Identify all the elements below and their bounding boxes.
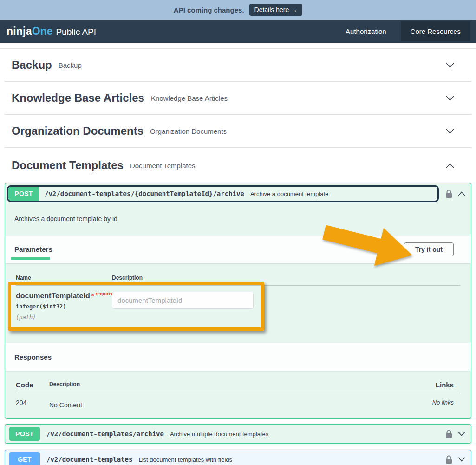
parameter-location: (path) [16,314,112,321]
opblock-archive-multiple-templates: POST /v2/document-templates/archive Arch… [5,424,471,444]
endpoint-summary: List document templates with fields [138,456,232,463]
code-column-header: Code [16,381,49,389]
brand-one: One [32,25,53,38]
endpoint-path: /v2/document-templates/archive [46,430,164,438]
nav-link-authorization[interactable]: Authorization [336,20,396,43]
tag-section-organization-documents[interactable]: Organization Documents Organization Docu… [5,115,471,148]
name-column-header: Name [16,275,112,281]
tag-title: Backup [12,59,52,72]
response-links: No links [409,399,460,406]
tag-description: Knowledge Base Articles [151,94,228,102]
parameters-header: Parameters Try it out [5,236,471,263]
parameters-tab: Parameters [14,245,52,258]
responses-header: Responses [5,343,471,371]
chevron-up-icon[interactable] [446,163,454,168]
tag-description: Organization Documents [150,127,227,135]
navbar-links: Authorization Core Resources [336,20,476,43]
response-description-column-header: Description [49,381,409,387]
parameter-type: integer($int32) [16,303,112,310]
operation-description: Archives a document template by id [5,204,471,236]
required-asterisk: * [91,292,94,300]
required-label: required [96,291,114,296]
brand-ninja: ninja [7,25,32,38]
parameter-description-cell [112,291,460,321]
method-badge-post: POST [9,427,40,441]
banner-message: API coming changes. [174,6,244,14]
responses-table-head: Code Description Links [16,381,460,389]
chevron-down-icon[interactable] [446,129,454,134]
document-template-id-input[interactable] [112,292,254,309]
links-column-header: Links [409,381,460,389]
page: API coming changes. Details here → ninja… [0,0,476,465]
tag-section-backup[interactable]: Backup Backup [5,49,471,82]
tag-section-knowledge-base-articles[interactable]: Knowledge Base Articles Knowledge Base A… [5,82,471,115]
parameter-name: documentTemplateId [16,292,90,300]
try-it-out-button[interactable]: Try it out [404,242,454,256]
parameters-tab-underline [11,257,50,260]
description-column-header: Description [112,275,460,281]
chevron-down-icon[interactable] [458,457,465,462]
chevron-down-icon[interactable] [458,432,465,436]
parameters-table-head: Name Description [16,275,460,281]
responses-title: Responses [14,353,52,361]
chevron-up-icon[interactable] [458,191,465,196]
chevron-down-icon[interactable] [446,96,454,101]
tag-title: Organization Documents [12,124,143,138]
response-row: 204 No Content No links [16,393,460,409]
response-description: No Content [49,399,409,409]
response-code: 204 [16,399,49,406]
opblock-summary[interactable]: POST /v2/document-templates/{documentTem… [5,183,471,204]
parameters-table: Name Description documentTemplateId*requ… [5,263,471,343]
opblock-list-document-templates: GET /v2/document-templates List document… [5,450,471,465]
chevron-down-icon[interactable] [446,63,454,68]
endpoint-path: /v2/document-templates [46,456,132,463]
tag-description: Backup [59,61,82,69]
brand-public-api: Public API [56,27,96,37]
auth-lock-icon[interactable] [445,190,452,198]
nav-link-core-resources[interactable]: Core Resources [401,21,470,41]
endpoint-path: /v2/document-templates/{documentTemplate… [45,187,244,201]
auth-lock-icon[interactable] [445,430,452,439]
responses-table: Code Description Links 204 No Content No… [5,371,471,418]
opblock-summary[interactable]: POST /v2/document-templates/archive Arch… [5,425,471,443]
method-badge-get: GET [9,452,40,465]
endpoint-summary: Archive a document template [250,187,328,201]
tag-description: Document Templates [130,162,196,170]
opblock-archive-document-template: POST /v2/document-templates/{documentTem… [5,183,471,419]
parameter-name-cell: documentTemplateId*required integer($int… [16,291,112,321]
auth-lock-icon[interactable] [445,455,452,464]
parameters-title: Parameters [14,245,52,253]
opblock-summary[interactable]: GET /v2/document-templates List document… [5,450,471,465]
details-here-button[interactable]: Details here → [249,4,303,16]
method-badge-post: POST [8,187,39,201]
tag-section-document-templates[interactable]: Document Templates Document Templates [5,148,471,183]
endpoint-summary: Archive multiple document templates [170,431,268,438]
brand-logo[interactable]: ninja One Public API [7,25,96,38]
announcement-banner: API coming changes. Details here → [0,0,476,20]
tag-title: Knowledge Base Articles [12,92,144,105]
parameter-row: documentTemplateId*required integer($int… [16,286,460,321]
api-content: Backup Backup Knowledge Base Articles Kn… [0,49,476,465]
top-navbar: ninja One Public API Authorization Core … [0,20,476,43]
opblock-summary-focus-ring[interactable]: POST /v2/document-templates/{documentTem… [7,185,439,202]
tag-title: Document Templates [12,159,124,172]
